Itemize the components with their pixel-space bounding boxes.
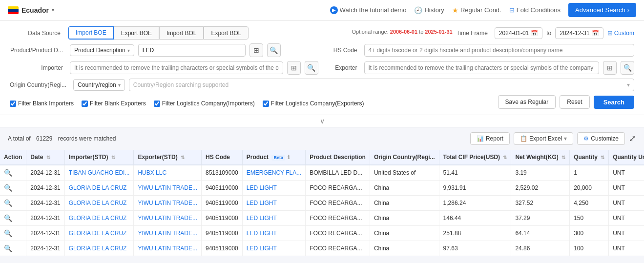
product-link[interactable]: LED LIGHT <box>247 200 277 206</box>
reset-button[interactable]: Reset <box>560 95 589 109</box>
product-input[interactable] <box>138 44 246 57</box>
search-panel: Data Source Import BOE Export BOE Import… <box>0 20 644 115</box>
importer-cell: GLORIA DE LA CRUZ <box>64 226 134 241</box>
product-desc-cell: BOMBILLA LED D... <box>306 165 370 181</box>
row-search-icon[interactable]: 🔍 <box>4 244 12 252</box>
col-hscode: HS Code <box>202 150 243 165</box>
fold-link[interactable]: ⊟ Fold Conditions <box>509 6 561 14</box>
product-link[interactable]: LED LIGHT <box>247 215 277 222</box>
advanced-search-button[interactable]: Advanced Search › <box>568 3 636 17</box>
filter-logistics-exporters[interactable]: Filter Logistics Company(Exporters) <box>263 100 364 107</box>
exporter-input[interactable] <box>364 61 600 74</box>
report-label: Report <box>486 135 503 142</box>
action-cell: 🔍 <box>0 196 26 211</box>
hscode-cell: 9405119000 <box>202 181 243 196</box>
datasource-tabs: Import BOE Export BOE Import BOL Export … <box>68 26 249 40</box>
product-link[interactable]: LED LIGHT <box>247 184 277 191</box>
origin-search-input[interactable]: Country/Region searching supported ▾ <box>129 79 634 91</box>
tab-export-bol[interactable]: Export BOL <box>204 26 249 40</box>
product-cell: LED LIGHT <box>242 241 305 256</box>
product-link[interactable]: LED LIGHT <box>247 245 277 252</box>
report-button[interactable]: 📊 Report <box>470 132 510 145</box>
col-exporter[interactable]: Exporter(STD) ⇅ <box>134 150 202 165</box>
exporter-link[interactable]: YIWU LATIN TRADE... <box>138 230 197 237</box>
exporter-upload-icon[interactable]: ⊞ <box>603 61 617 75</box>
date-cell: 2024-12-31 <box>26 226 64 241</box>
custom-link[interactable]: ⊞ Custom <box>607 29 634 37</box>
origin-type-select[interactable]: Country/region ▾ <box>73 79 125 91</box>
product-info-icon[interactable]: ℹ <box>288 154 290 160</box>
importer-input[interactable] <box>70 61 283 74</box>
timeframe-start-input[interactable]: 2024-01-01 📅 <box>495 27 542 39</box>
importer-cell: GLORIA DE LA CRUZ <box>64 241 134 256</box>
product-link[interactable]: EMERGENCY FLA... <box>247 169 301 176</box>
collapse-bar[interactable]: ∨ <box>0 115 644 127</box>
importer-link[interactable]: GLORIA DE LA CRUZ <box>69 245 127 252</box>
report-icon: 📊 <box>477 135 484 142</box>
product-cell: LED LIGHT <box>242 181 305 196</box>
col-action: Action <box>0 150 26 165</box>
col-cif[interactable]: Total CIF Price(USD) ⇅ <box>439 150 511 165</box>
col-product-desc: Product Description <box>306 150 370 165</box>
table-row: 🔍 2024-12-31 GLORIA DE LA CRUZ YIWU LATI… <box>0 196 644 211</box>
filter-logistics-importers[interactable]: Filter Logistics Company(Importers) <box>154 100 255 107</box>
product-type-value: Product Description <box>74 47 125 54</box>
importer-upload-icon[interactable]: ⊞ <box>287 61 301 75</box>
arrow-right-icon: › <box>627 6 629 14</box>
importer-link[interactable]: GLORIA DE LA CRUZ <box>69 215 127 222</box>
col-importer[interactable]: Importer(STD) ⇅ <box>64 150 134 165</box>
filter-blank-importers-checkbox[interactable] <box>10 101 16 107</box>
hscode-input[interactable] <box>364 44 635 57</box>
expand-button[interactable]: ⤢ <box>629 133 636 144</box>
importer-link[interactable]: GLORIA DE LA CRUZ <box>69 230 127 237</box>
row-search-icon[interactable]: 🔍 <box>4 169 12 177</box>
tab-export-boe[interactable]: Export BOE <box>114 26 159 40</box>
exporter-search-icon[interactable]: 🔍 <box>621 61 634 75</box>
product-cell: EMERGENCY FLA... <box>242 165 305 181</box>
exporter-link[interactable]: YIWU LATIN TRADE... <box>138 184 197 191</box>
exporter-link[interactable]: YIWU LATIN TRADE... <box>138 215 197 222</box>
search-button[interactable]: Search <box>594 96 634 109</box>
date-sort-icon: ⇅ <box>46 155 50 160</box>
timeframe-end-input[interactable]: 2024-12-31 📅 <box>555 27 603 39</box>
exporter-link[interactable]: YIWU LATIN TRADE... <box>138 245 197 252</box>
history-link[interactable]: 🕘 History <box>414 6 444 14</box>
exporter-cell: YIWU LATIN TRADE... <box>134 211 202 226</box>
filter-blank-exporters[interactable]: Filter Blank Exporters <box>82 100 146 107</box>
importer-cell: GLORIA DE LA CRUZ <box>64 196 134 211</box>
row-search-icon[interactable]: 🔍 <box>4 199 12 207</box>
customize-button[interactable]: ⚙ Customize <box>577 132 625 145</box>
importer-link[interactable]: GLORIA DE LA CRUZ <box>69 200 127 206</box>
tab-import-bol[interactable]: Import BOL <box>159 26 204 40</box>
exporter-link[interactable]: HUBX LLC <box>138 169 166 176</box>
filter-blank-importers[interactable]: Filter Blank Importers <box>10 100 74 107</box>
col-date[interactable]: Date ⇅ <box>26 150 64 165</box>
country-selector[interactable]: Ecuador ▾ <box>8 6 54 14</box>
row-search-icon[interactable]: 🔍 <box>4 184 12 192</box>
export-excel-button[interactable]: 📋 Export Excel ▾ <box>514 132 573 145</box>
filter-logistics-exporters-checkbox[interactable] <box>263 101 269 107</box>
importer-link[interactable]: GLORIA DE LA CRUZ <box>69 184 127 191</box>
row-search-icon[interactable]: 🔍 <box>4 229 12 237</box>
tab-import-boe[interactable]: Import BOE <box>68 26 114 40</box>
action-cell: 🔍 <box>0 165 26 181</box>
tutorial-link[interactable]: ▶ Watch the tutorial demo <box>330 6 407 14</box>
row-search-icon[interactable]: 🔍 <box>4 214 12 222</box>
col-quantity[interactable]: Quantity ⇅ <box>570 150 609 165</box>
product-type-select[interactable]: Product Description ▾ <box>70 44 134 56</box>
filter-logistics-importers-checkbox[interactable] <box>154 101 160 107</box>
product-history-icon[interactable]: 🔍 <box>267 43 281 57</box>
table-row: 🔍 2024-12-31 GLORIA DE LA CRUZ YIWU LATI… <box>0 226 644 241</box>
cif-cell: 9,931.91 <box>439 181 511 196</box>
product-cell: LED LIGHT <box>242 226 305 241</box>
importer-search-icon[interactable]: 🔍 <box>305 61 318 75</box>
product-link[interactable]: LED LIGHT <box>247 230 277 237</box>
product-search-icon[interactable]: ⊞ <box>249 43 263 57</box>
save-regular-button[interactable]: Save as Regular <box>498 95 556 109</box>
regular-link[interactable]: ★ Regular Cond. <box>452 6 501 14</box>
exporter-link[interactable]: YIWU LATIN TRADE... <box>138 200 197 206</box>
importer-link[interactable]: TIBAN GUACHO EDI... <box>69 169 130 176</box>
filter-blank-exporters-checkbox[interactable] <box>82 101 88 107</box>
importer-sort-icon: ⇅ <box>111 155 115 160</box>
col-weight[interactable]: Net Weight(KG) ⇅ <box>511 150 570 165</box>
